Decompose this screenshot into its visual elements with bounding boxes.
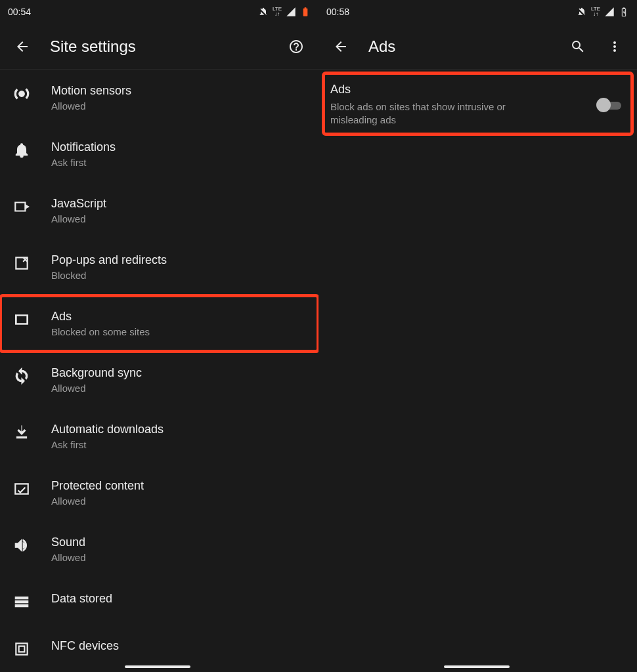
row-sub: Allowed (51, 552, 86, 563)
row-notifications[interactable]: NotificationsAsk first (0, 126, 318, 182)
ads-setting-panel: Ads Block ads on sites that show intrusi… (318, 70, 637, 140)
back-button[interactable] (332, 37, 350, 56)
row-title: Motion sensors (51, 84, 131, 98)
storage-icon (13, 593, 30, 610)
status-icons: LTE↓↑ (258, 7, 311, 17)
row-sub: Blocked (51, 270, 167, 281)
download-icon (13, 424, 30, 441)
row-motion-sensors[interactable]: Motion sensorsAllowed (0, 70, 318, 126)
row-title: Protected content (51, 479, 144, 493)
row-title: Ads (51, 310, 150, 324)
search-button[interactable] (569, 37, 587, 56)
motion-icon (13, 85, 30, 102)
row-data-stored[interactable]: Data stored (0, 578, 318, 625)
page-title: Site settings (50, 37, 136, 56)
protected-icon (13, 480, 30, 497)
row-title: JavaScript (51, 197, 106, 211)
status-bar: 00:58 LTE↓↑ (318, 0, 637, 24)
help-button[interactable] (287, 37, 305, 56)
nfc-icon (13, 640, 30, 658)
home-indicator[interactable] (444, 665, 510, 668)
page-title: Ads (368, 37, 395, 56)
row-ads[interactable]: AdsBlocked on some sites (0, 295, 318, 352)
more-button[interactable] (605, 37, 624, 56)
row-popups[interactable]: Pop-ups and redirectsBlocked (0, 239, 318, 295)
mute-icon (258, 7, 269, 17)
row-sub: Ask first (51, 439, 164, 450)
battery-icon (619, 7, 629, 17)
settings-list: Motion sensorsAllowed NotificationsAsk f… (0, 70, 318, 672)
row-title: NFC devices (51, 639, 119, 653)
sound-icon (13, 537, 30, 554)
row-sound[interactable]: SoundAllowed (0, 521, 318, 578)
row-title: Sound (51, 536, 86, 549)
status-icons: LTE↓↑ (577, 7, 629, 17)
mute-icon (577, 7, 587, 17)
javascript-icon (13, 198, 30, 215)
row-sub: Allowed (51, 383, 142, 394)
page-header: Ads (318, 24, 637, 70)
lte-icon: LTE↓↑ (591, 7, 600, 17)
row-title: Notifications (51, 140, 116, 154)
row-background-sync[interactable]: Background syncAllowed (0, 352, 318, 408)
bell-icon (13, 142, 30, 159)
status-bar: 00:54 LTE↓↑ (0, 0, 318, 24)
row-automatic-downloads[interactable]: Automatic downloadsAsk first (0, 408, 318, 465)
pane-ads: 00:58 LTE↓↑ Ads Ads Block ads on sites t… (318, 0, 637, 672)
ads-icon (13, 311, 30, 328)
row-sub: Allowed (51, 213, 106, 224)
row-title: Data stored (51, 592, 112, 606)
signal-icon (604, 7, 615, 17)
page-header: Site settings (0, 24, 318, 70)
signal-icon (286, 7, 296, 17)
row-sub: Blocked on some sites (51, 326, 150, 337)
ads-description: Block ads on sites that show intrusive o… (330, 100, 554, 127)
back-button[interactable] (13, 37, 32, 56)
lte-icon: LTE↓↑ (273, 7, 282, 17)
sync-icon (13, 368, 30, 385)
status-time: 00:58 (326, 7, 349, 17)
home-indicator[interactable] (125, 665, 190, 668)
row-title: Background sync (51, 366, 142, 380)
popup-icon (13, 255, 30, 272)
battery-icon (300, 7, 311, 17)
row-title: Automatic downloads (51, 423, 164, 436)
status-time: 00:54 (8, 7, 31, 17)
row-protected-content[interactable]: Protected contentAllowed (0, 465, 318, 521)
row-nfc-devices[interactable]: NFC devices (0, 625, 318, 658)
ads-title: Ads (330, 83, 584, 96)
ads-toggle-row[interactable]: Ads Block ads on sites that show intrusi… (330, 83, 625, 127)
pane-site-settings: 00:54 LTE↓↑ Site settings Motion sensors… (0, 0, 318, 672)
row-sub: Allowed (51, 100, 131, 112)
row-javascript[interactable]: JavaScriptAllowed (0, 182, 318, 239)
row-sub: Allowed (51, 495, 144, 507)
row-sub: Ask first (51, 157, 116, 168)
ads-toggle[interactable] (596, 97, 625, 113)
row-title: Pop-ups and redirects (51, 253, 167, 267)
